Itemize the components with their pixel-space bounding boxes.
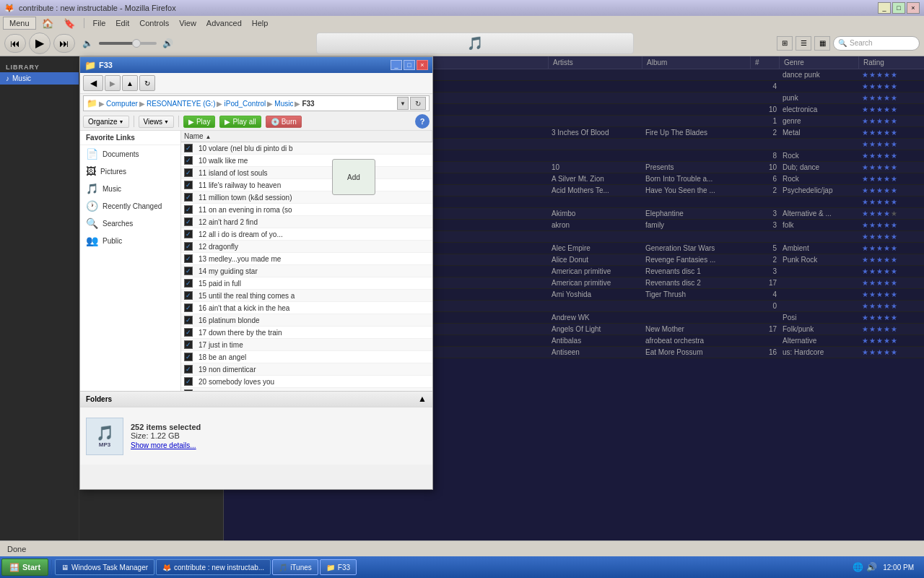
explorer-minimize-btn[interactable]: _ [391, 60, 402, 70]
list-item[interactable]: ✓ 17 just in time [181, 339, 432, 351]
list-item[interactable]: ✓ 15 paid in full [181, 277, 432, 290]
start-label: Start [22, 563, 40, 571]
list-item[interactable]: ✓ 20 somebody loves you [181, 376, 432, 388]
play-btn-explorer[interactable]: ▶ Play [183, 116, 215, 128]
list-item[interactable]: ✓ 11 island of lost souls [181, 167, 432, 179]
list-item[interactable]: ✓ 10 walk like me [181, 155, 432, 167]
bc-dropdown-btn[interactable]: ▼ [397, 97, 409, 110]
ff-minimize-btn[interactable]: _ [878, 2, 891, 14]
fs-searches[interactable]: 🔍 Searches [80, 215, 180, 232]
bc-f33[interactable]: F33 [302, 100, 314, 108]
file-info-text: 252 items selected Size: 1.22 GB Show mo… [131, 423, 201, 449]
fs-music[interactable]: 🎵 Music [80, 180, 180, 197]
folders-header[interactable]: Folders ▲ [80, 392, 432, 407]
bc-refresh-btn[interactable]: ↻ [410, 97, 426, 110]
up-btn[interactable]: ▲ [122, 75, 138, 91]
firefox-win-controls: _ □ × [878, 2, 920, 14]
volume-icon: 🔈 [82, 38, 93, 48]
list-view-btn[interactable]: ☰ [796, 36, 811, 51]
col-header-rating[interactable]: Rating [859, 56, 924, 69]
show-more-details[interactable]: Show more details... [131, 441, 201, 449]
menu-item-view[interactable]: View [175, 17, 201, 29]
list-item[interactable]: ✓ 12 ain't hard 2 find [181, 216, 432, 228]
list-item[interactable]: ✓ 18 be an angel [181, 351, 432, 363]
folders-collapse[interactable]: ▲ [418, 394, 427, 404]
explorer-close-btn[interactable]: × [417, 60, 428, 70]
bc-ipod[interactable]: iPod_Control [224, 100, 266, 108]
detail-view-btn[interactable]: ▦ [814, 36, 830, 51]
explorer-maximize-btn[interactable]: □ [404, 60, 415, 70]
list-item[interactable]: ✓ 12 all i do is dream of yo... [181, 228, 432, 241]
list-item[interactable]: ✓ 14 my guiding star [181, 265, 432, 277]
list-item[interactable]: ✓ 11 on an evening in roma (so [181, 204, 432, 216]
next-btn[interactable]: ⏭ [53, 34, 75, 53]
bc-computer[interactable]: Computer [106, 100, 138, 108]
play-btn[interactable]: ▶ [29, 33, 51, 54]
ff-close-btn[interactable]: × [907, 2, 920, 14]
taskbar-right-area: 🌐 🔊 12:00 PM [853, 562, 923, 572]
play-icon: ▶ [188, 118, 194, 126]
forward-btn[interactable]: ▶ [105, 75, 121, 91]
organize-arrow: ▼ [119, 119, 124, 124]
file-info-panel: 🎵 MP3 252 items selected Size: 1.22 GB S… [80, 407, 432, 465]
volume-slider[interactable] [99, 42, 157, 45]
menu-item-file[interactable]: File [89, 17, 110, 29]
burn-btn[interactable]: 💿 Burn [266, 116, 302, 128]
list-item[interactable]: ✓ 17 down there by the train [181, 327, 432, 339]
list-item[interactable]: ✓ 11 life's railway to heaven [181, 179, 432, 191]
play-all-btn[interactable]: ▶ Play all [219, 116, 261, 128]
menu-icon-home[interactable]: 🏠 [38, 17, 58, 30]
taskbar-item-itunes[interactable]: 🎵 iTunes [272, 559, 318, 575]
menu-icon-bookmark[interactable]: 🔖 [59, 17, 79, 30]
firefox-title: contribute : new instructable - Mozilla … [19, 4, 878, 12]
ff-maximize-btn[interactable]: □ [892, 2, 905, 14]
taskbar-item-firefox[interactable]: 🦊 contribute : new instructab... [156, 559, 271, 575]
fs-public[interactable]: 👥 Public [80, 232, 180, 249]
bc-music[interactable]: Music [274, 100, 293, 108]
menu-item-help[interactable]: Help [248, 17, 273, 29]
search-label: Search [850, 39, 873, 47]
bc-arrow: ▶ [99, 100, 105, 108]
bc-resonanteye[interactable]: RESONANTEYE (G:) [147, 100, 216, 108]
public-icon: 👥 [86, 235, 98, 246]
music-folder-icon: 🎵 [86, 183, 98, 194]
col-header-num[interactable]: # [751, 56, 780, 69]
views-btn[interactable]: Views ▼ [139, 116, 174, 128]
menu-item-controls[interactable]: Controls [135, 17, 173, 29]
search-box[interactable]: 🔍 Search [833, 36, 920, 51]
list-item[interactable]: ✓ 16 ain't that a kick in the hea [181, 302, 432, 314]
start-icon: 🪟 [9, 563, 19, 572]
organize-btn[interactable]: Organize ▼ [83, 116, 129, 128]
list-item[interactable]: ✓ 12 dragonfly [181, 241, 432, 253]
documents-icon: 📄 [86, 148, 98, 160]
fs-documents[interactable]: 📄 Documents [80, 145, 180, 163]
col-name-header[interactable]: Name ▲ [181, 131, 432, 142]
list-item[interactable]: ✓ 19 non dimenticar [181, 363, 432, 376]
taskbar-item-task-manager[interactable]: 🖥 Windows Task Manager [55, 559, 154, 575]
list-item[interactable]: ✓ 16 platinum blonde [181, 314, 432, 327]
list-item[interactable]: ✓ 13 medley...you made me [181, 253, 432, 265]
refresh-btn[interactable]: ↻ [139, 75, 155, 91]
menu-item-edit[interactable]: Edit [111, 17, 134, 29]
fs-recently-changed[interactable]: 🕐 Recently Changed [80, 197, 180, 215]
grid-view-btn[interactable]: ⊞ [777, 36, 793, 51]
col-header-artists[interactable]: Artists [549, 56, 642, 69]
status-text: Done [7, 545, 26, 553]
start-button[interactable]: 🪟 Start [1, 558, 48, 576]
taskbar-item-f33[interactable]: 📁 F33 [320, 559, 357, 575]
list-item[interactable]: ✓ 21 rapture (k-klass remix) [181, 388, 432, 391]
help-btn[interactable]: ? [415, 114, 430, 129]
list-item[interactable]: ✓ 10 volare (nel blu di pinto di b [181, 142, 432, 155]
menu-item-menu[interactable]: Menu [3, 17, 36, 30]
col-header-album[interactable]: Album [642, 56, 751, 69]
menu-item-advanced[interactable]: Advanced [202, 17, 246, 29]
back-btn[interactable]: ◀ [83, 75, 103, 91]
list-item[interactable]: ✓ 11 million town (k&d session) [181, 191, 432, 204]
prev-btn[interactable]: ⏮ [4, 34, 26, 53]
fs-pictures[interactable]: 🖼 Pictures [80, 163, 180, 180]
bc-sep2: ▶ [217, 100, 222, 108]
col-header-genre[interactable]: Genre [780, 56, 859, 69]
views-arrow: ▼ [164, 119, 169, 124]
list-item[interactable]: ✓ 15 until the real thing comes a [181, 290, 432, 302]
taskbar-label-itunes: iTunes [290, 564, 312, 571]
